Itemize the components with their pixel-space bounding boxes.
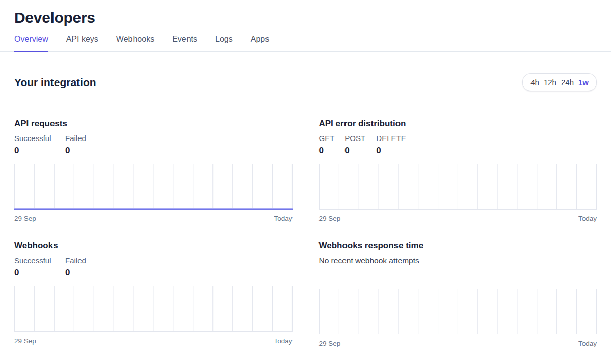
panel-title: API error distribution	[319, 119, 597, 129]
x-axis: 29 Sep Today	[14, 215, 293, 222]
tab-events[interactable]: Events	[172, 35, 197, 52]
metrics: Successful 0 Failed 0	[14, 134, 293, 158]
time-range-picker: 4h 12h 24h 1w	[522, 73, 597, 91]
panel-title: Webhooks response time	[319, 241, 597, 251]
metric-label: Failed	[65, 256, 86, 265]
range-option-4h[interactable]: 4h	[530, 78, 539, 87]
tab-webhooks[interactable]: Webhooks	[116, 35, 154, 52]
axis-end-label: Today	[274, 337, 292, 345]
page-title: Developers	[14, 9, 597, 26]
metric-value: 0	[65, 268, 86, 278]
panels-grid: API requests Successful 0 Failed 0 29 Se…	[0, 119, 611, 347]
metric-value: 0	[65, 146, 86, 156]
axis-start-label: 29 Sep	[14, 215, 36, 222]
axis-start-label: 29 Sep	[14, 337, 36, 345]
tab-bar: Overview API keys Webhooks Events Logs A…	[0, 35, 611, 52]
section-header: Your integration 4h 12h 24h 1w	[0, 73, 611, 91]
panel-api-requests: API requests Successful 0 Failed 0 29 Se…	[14, 119, 293, 222]
metric-delete: DELETE 0	[376, 134, 406, 158]
range-option-12h[interactable]: 12h	[544, 78, 556, 87]
tab-api-keys[interactable]: API keys	[66, 35, 98, 52]
axis-start-label: 29 Sep	[319, 215, 341, 222]
x-axis: 29 Sep Today	[319, 215, 597, 222]
metrics: Successful 0 Failed 0	[14, 256, 293, 280]
api-error-distribution-chart	[319, 164, 597, 210]
metric-value: 0	[376, 146, 406, 156]
axis-end-label: Today	[578, 340, 597, 347]
metric-value: 0	[319, 146, 335, 156]
metric-value: 0	[14, 146, 55, 156]
zero-value-line	[14, 208, 293, 210]
panel-title: API requests	[14, 119, 293, 129]
axis-start-label: 29 Sep	[319, 340, 341, 347]
tab-logs[interactable]: Logs	[215, 35, 233, 52]
panel-title: Webhooks	[14, 241, 293, 251]
axis-end-label: Today	[274, 215, 292, 222]
webhooks-chart	[14, 286, 293, 332]
metric-value: 0	[14, 268, 55, 278]
empty-state-message: No recent webhook attempts	[319, 256, 597, 283]
metric-label: GET	[319, 134, 335, 143]
panel-api-error-distribution: API error distribution GET 0 POST 0 DELE…	[319, 119, 597, 222]
range-option-1w[interactable]: 1w	[578, 78, 589, 87]
panel-webhooks: Webhooks Successful 0 Failed 0 29 Sep To…	[14, 241, 293, 347]
tabs: Overview API keys Webhooks Events Logs A…	[0, 35, 611, 51]
section-title: Your integration	[14, 76, 96, 89]
x-axis: 29 Sep Today	[319, 340, 597, 347]
x-axis: 29 Sep Today	[14, 337, 293, 345]
metric-value: 0	[344, 146, 366, 156]
tab-overview[interactable]: Overview	[14, 35, 48, 52]
tab-apps[interactable]: Apps	[251, 35, 269, 52]
panel-webhooks-response-time: Webhooks response time No recent webhook…	[319, 241, 597, 347]
axis-end-label: Today	[578, 215, 597, 222]
metric-label: POST	[344, 134, 366, 143]
metric-label: DELETE	[376, 134, 406, 143]
metric-failed: Failed 0	[65, 134, 86, 158]
metric-successful: Successful 0	[14, 256, 55, 280]
webhooks-response-time-chart	[319, 289, 597, 334]
api-requests-chart	[14, 164, 293, 210]
metrics: GET 0 POST 0 DELETE 0	[319, 134, 597, 158]
metric-failed: Failed 0	[65, 256, 86, 280]
metric-get: GET 0	[319, 134, 335, 158]
metric-label: Successful	[14, 256, 55, 265]
metric-post: POST 0	[344, 134, 366, 158]
metric-label: Successful	[14, 134, 55, 143]
range-option-24h[interactable]: 24h	[561, 78, 574, 87]
metric-label: Failed	[65, 134, 86, 143]
page-header: Developers	[0, 9, 611, 26]
metric-successful: Successful 0	[14, 134, 55, 158]
